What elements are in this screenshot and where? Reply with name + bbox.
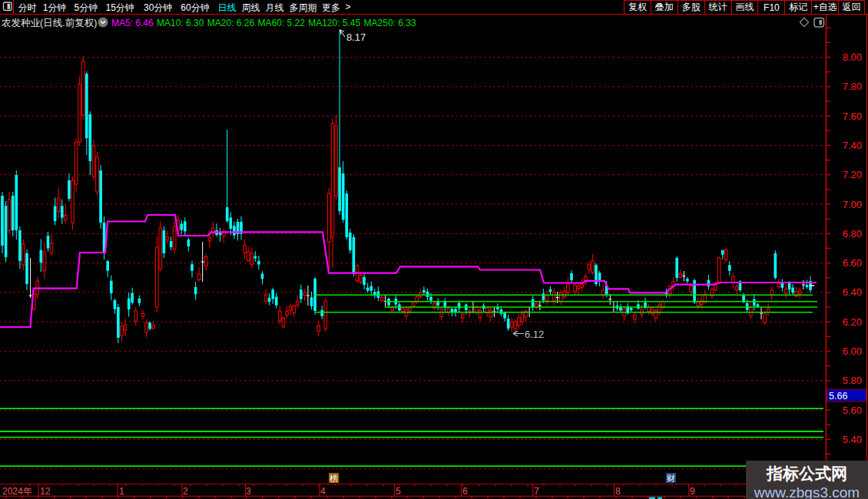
- svg-text:榜: 榜: [330, 474, 338, 483]
- svg-text:7.20: 7.20: [843, 169, 862, 180]
- svg-text:7.80: 7.80: [843, 81, 862, 92]
- svg-text:8.17: 8.17: [346, 31, 366, 43]
- svg-text:6.40: 6.40: [843, 286, 862, 298]
- svg-text:7.60: 7.60: [843, 111, 862, 122]
- svg-text:财: 财: [667, 474, 675, 483]
- svg-text:1: 1: [119, 486, 124, 497]
- svg-text:6: 6: [462, 486, 468, 497]
- svg-text:7.40: 7.40: [843, 140, 862, 151]
- svg-text:6.20: 6.20: [843, 316, 862, 328]
- svg-text:5.66: 5.66: [829, 391, 847, 402]
- svg-text:6.80: 6.80: [843, 228, 862, 240]
- svg-text:8.00: 8.00: [843, 51, 862, 63]
- svg-text:2024年: 2024年: [2, 486, 32, 497]
- svg-text:7: 7: [534, 486, 539, 497]
- svg-text:5.40: 5.40: [843, 434, 862, 445]
- svg-text:2: 2: [183, 486, 188, 497]
- svg-text:4: 4: [320, 486, 326, 497]
- svg-text:3: 3: [246, 486, 251, 497]
- svg-text:6.60: 6.60: [843, 257, 862, 269]
- svg-text:9: 9: [690, 486, 695, 497]
- svg-text:6.12: 6.12: [525, 329, 544, 340]
- svg-text:6.00: 6.00: [843, 345, 862, 357]
- svg-text:8: 8: [615, 486, 621, 497]
- svg-text:12: 12: [40, 486, 51, 497]
- svg-text:5.80: 5.80: [843, 375, 862, 386]
- svg-text:5: 5: [396, 486, 401, 497]
- svg-text:5.60: 5.60: [843, 405, 862, 416]
- svg-text:7.00: 7.00: [843, 199, 862, 210]
